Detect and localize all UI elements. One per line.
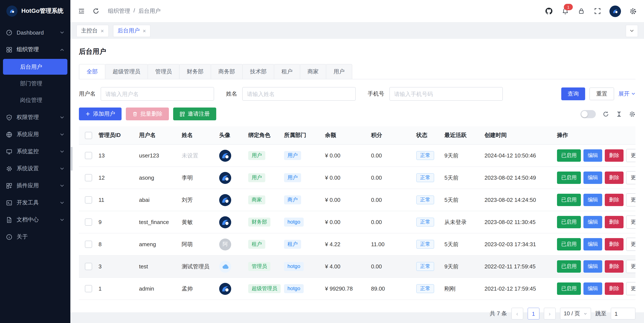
- delete-button[interactable]: 删除: [605, 282, 624, 295]
- github-icon[interactable]: [545, 7, 553, 15]
- sidebar-item-system-monitor[interactable]: 系统监控: [0, 143, 70, 160]
- tabs-dropdown-button[interactable]: [626, 25, 638, 37]
- breadcrumb-item-current[interactable]: 后台用户: [138, 7, 160, 15]
- delete-button[interactable]: 删除: [605, 149, 624, 162]
- settings-gear-icon[interactable]: [629, 7, 637, 15]
- edit-button[interactable]: 编辑: [584, 238, 602, 250]
- edit-button[interactable]: 编辑: [584, 216, 602, 228]
- enabled-button[interactable]: 已启用: [557, 238, 581, 250]
- sidebar-item-org[interactable]: 组织管理: [0, 41, 70, 58]
- row-checkbox[interactable]: [85, 174, 92, 181]
- delete-button[interactable]: 删除: [605, 194, 624, 206]
- row-checkbox[interactable]: [85, 196, 92, 203]
- edit-button[interactable]: 编辑: [584, 260, 602, 273]
- enabled-button[interactable]: 已启用: [557, 149, 581, 162]
- menu-fold-icon[interactable]: [77, 7, 86, 15]
- current-page[interactable]: 1: [527, 308, 539, 319]
- select-all-checkbox[interactable]: [85, 132, 92, 139]
- edit-button[interactable]: 编辑: [584, 194, 602, 206]
- jump-page-input[interactable]: [611, 308, 636, 319]
- expand-filters-button[interactable]: 展开: [618, 90, 636, 98]
- enabled-button[interactable]: 已启用: [557, 282, 581, 295]
- row-density-icon[interactable]: [616, 111, 622, 117]
- more-button[interactable]: 更多: [626, 171, 636, 184]
- column-header: 所属部门: [281, 126, 322, 144]
- sidebar-item-about[interactable]: 关于: [0, 228, 70, 245]
- chevron-up-icon: [60, 47, 64, 52]
- enabled-button[interactable]: 已启用: [557, 172, 581, 184]
- refresh-icon[interactable]: [92, 7, 100, 15]
- more-button[interactable]: 更多: [626, 282, 636, 295]
- sidebar-subitem-departments[interactable]: 部门管理: [3, 76, 68, 91]
- more-button[interactable]: 更多: [626, 149, 636, 162]
- edit-button[interactable]: 编辑: [584, 149, 602, 162]
- fullscreen-icon[interactable]: [593, 7, 602, 15]
- user-avatar[interactable]: [610, 5, 621, 17]
- category-tab-0[interactable]: 全部: [79, 64, 105, 79]
- category-tab-4[interactable]: 商务部: [211, 64, 243, 79]
- delete-button[interactable]: 删除: [605, 216, 624, 228]
- category-tab-2[interactable]: 管理员: [148, 64, 180, 79]
- edit-button[interactable]: 编辑: [584, 172, 602, 184]
- add-user-button[interactable]: 添加用户: [79, 108, 122, 120]
- close-icon[interactable]: ×: [143, 28, 146, 34]
- prev-page-button[interactable]: ‹: [511, 308, 523, 319]
- striped-toggle[interactable]: [580, 110, 596, 118]
- column-settings-gear-icon[interactable]: [629, 111, 636, 117]
- sidebar-item-dashboard[interactable]: Dashboard: [0, 24, 70, 41]
- enabled-button[interactable]: 已启用: [557, 260, 581, 273]
- next-page-button[interactable]: ›: [544, 308, 556, 319]
- page-size-select[interactable]: 10 / 页: [560, 308, 591, 319]
- more-button[interactable]: 更多: [626, 260, 636, 273]
- edit-button[interactable]: 编辑: [584, 282, 602, 295]
- row-checkbox[interactable]: [85, 218, 92, 226]
- invite-register-button[interactable]: 邀请注册: [173, 108, 216, 120]
- avatar: [219, 172, 231, 184]
- sidebar-item-system-settings[interactable]: 系统设置: [0, 160, 70, 177]
- delete-button[interactable]: 删除: [605, 260, 624, 273]
- row-checkbox[interactable]: [85, 285, 92, 292]
- search-button[interactable]: 查询: [561, 88, 585, 100]
- name-input[interactable]: [242, 87, 356, 101]
- reset-button[interactable]: 重置: [590, 88, 614, 100]
- sidebar-item-dev-tools[interactable]: 开发工具: [0, 194, 70, 211]
- cell-last-active: 5天前: [441, 189, 481, 211]
- sidebar-item-system-apps[interactable]: 系统应用: [0, 126, 70, 143]
- page-tab-console[interactable]: 主控台 ×: [76, 25, 108, 37]
- category-tab-7[interactable]: 商家: [300, 64, 326, 79]
- category-tab-8[interactable]: 用户: [326, 64, 352, 79]
- sidebar-subitem-positions[interactable]: 岗位管理: [3, 92, 68, 108]
- row-checkbox[interactable]: [85, 152, 92, 159]
- delete-button[interactable]: 删除: [605, 172, 624, 184]
- row-checkbox[interactable]: [85, 263, 92, 270]
- enabled-button[interactable]: 已启用: [557, 194, 581, 206]
- enabled-button[interactable]: 已启用: [557, 216, 581, 228]
- category-tab-1[interactable]: 超级管理员: [105, 64, 148, 79]
- mobile-input[interactable]: [390, 87, 503, 101]
- more-button[interactable]: 更多: [626, 238, 636, 251]
- notifications-button[interactable]: 1: [561, 7, 569, 15]
- batch-delete-button[interactable]: 批量删除: [126, 108, 169, 120]
- sidebar-subitem-admin-users[interactable]: 后台用户: [3, 59, 68, 75]
- category-tab-3[interactable]: 财务部: [179, 64, 211, 79]
- cell-last-active: 5天前: [441, 167, 481, 189]
- app-logo[interactable]: HotGo管理系统: [0, 0, 70, 22]
- lock-icon[interactable]: [577, 7, 586, 15]
- more-button[interactable]: 更多: [626, 193, 636, 206]
- more-button[interactable]: 更多: [626, 215, 636, 229]
- cell-points: 11.00: [368, 233, 413, 255]
- row-checkbox[interactable]: [85, 241, 92, 248]
- topbar: 组织管理 / 后台用户 1: [70, 0, 644, 22]
- breadcrumb-item[interactable]: 组织管理: [108, 7, 130, 15]
- scrollbar-thumb[interactable]: [71, 147, 72, 171]
- delete-button[interactable]: 删除: [605, 238, 624, 250]
- page-tab-admin-users[interactable]: 后台用户 ×: [113, 25, 150, 37]
- reload-table-icon[interactable]: [603, 111, 609, 117]
- category-tab-6[interactable]: 租户: [274, 64, 300, 79]
- close-icon[interactable]: ×: [101, 28, 104, 34]
- sidebar-item-docs[interactable]: 文档中心: [0, 211, 70, 228]
- sidebar-item-plugins[interactable]: 插件应用: [0, 177, 70, 194]
- username-input[interactable]: [101, 87, 214, 101]
- sidebar-item-permissions[interactable]: 权限管理: [0, 109, 70, 126]
- category-tab-5[interactable]: 技术部: [242, 64, 274, 79]
